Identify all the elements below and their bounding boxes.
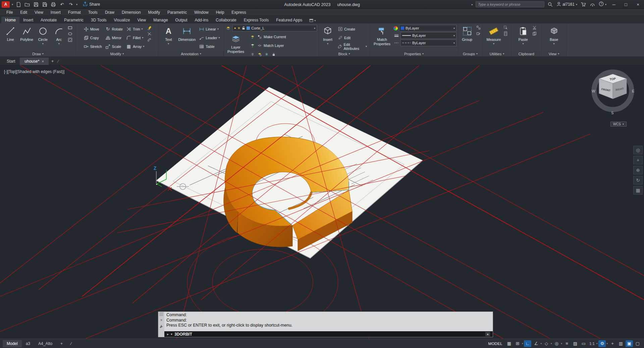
make-current-button[interactable]: Make Current [248, 32, 317, 41]
app-menu-caret-icon[interactable]: ▾ [12, 3, 13, 6]
drawing-canvas[interactable]: [-][Top][Shaded with edges (Fast)] Z W S… [0, 65, 644, 339]
layer-isolate-icon[interactable] [257, 51, 262, 57]
polyline-button[interactable]: Polyline [19, 25, 35, 42]
group-edit-icon[interactable] [476, 31, 481, 37]
menu-view[interactable]: View [31, 9, 47, 16]
panel-clipboard-footer[interactable]: Clipboard [512, 51, 541, 57]
layer-properties-button[interactable]: Layer Properties [225, 32, 246, 58]
cut-icon[interactable] [532, 25, 537, 30]
plot-icon[interactable] [50, 1, 57, 8]
osnap-icon[interactable]: ◎ [553, 340, 560, 347]
panel-annotation-footer[interactable]: Annotation ▾ [158, 51, 224, 57]
wcs-button[interactable]: WCS ▾ [610, 122, 627, 127]
panel-block-footer[interactable]: Block ▾ [319, 51, 370, 57]
help-button[interactable]: ? ▾ [599, 1, 606, 7]
color-select[interactable]: ByLayer ▾ [399, 25, 457, 31]
menu-dimension[interactable]: Dimension [118, 9, 145, 16]
app-store-cart-icon[interactable] [580, 1, 587, 8]
menu-file[interactable]: File [3, 9, 16, 16]
lineweight-select[interactable]: ByLayer ▾ [400, 32, 457, 39]
full-navigation-wheel-icon[interactable]: ◎ [633, 146, 643, 154]
offset-icon[interactable] [146, 37, 152, 43]
panel-properties-footer[interactable]: Properties ▾ [370, 51, 458, 57]
customize-wrench-icon[interactable] [159, 325, 163, 330]
dimension-button[interactable]: Dimension [177, 25, 197, 42]
osnap-caret-icon[interactable]: ▾ [561, 342, 562, 345]
fillet-button[interactable]: Fillet▾ [125, 33, 146, 42]
tab-add-ins[interactable]: Add-ins [191, 17, 212, 23]
ribbon-display-toggle[interactable]: ▾ [309, 19, 316, 23]
menu-help[interactable]: Help [212, 9, 228, 16]
copy-button[interactable]: Copy [82, 33, 103, 42]
menu-window[interactable]: Window [191, 9, 212, 16]
quick-properties-icon[interactable]: ▣ [626, 340, 633, 347]
menu-tools[interactable]: Tools [85, 9, 101, 16]
mirror-button[interactable]: Mirror [104, 33, 124, 42]
close-button[interactable]: × [633, 0, 643, 9]
tab-view[interactable]: View [133, 17, 150, 23]
scale-caret-icon[interactable]: ▾ [596, 342, 598, 345]
command-window[interactable]: × Command: Command: Press ESC or ENTER t… [158, 311, 493, 337]
paste-button[interactable]: Paste ▾ [516, 25, 531, 46]
viewcube-east-label[interactable]: E [632, 89, 634, 93]
command-options-caret-icon[interactable]: ▾ [171, 332, 172, 336]
move-button[interactable]: Move [82, 25, 103, 33]
menu-draw[interactable]: Draw [101, 9, 118, 16]
hatch-tool-icon[interactable] [67, 37, 73, 43]
drag-handle-icon[interactable] [159, 312, 163, 316]
zoom-icon[interactable]: ⊕ [633, 166, 643, 175]
panel-groups-footer[interactable]: Groups ▾ [458, 51, 482, 57]
quick-calculator-icon[interactable] [503, 31, 508, 37]
start-tab[interactable]: Start [2, 58, 20, 65]
orbit-icon[interactable]: ↻ [633, 176, 643, 185]
match-properties-button[interactable]: Match Properties [371, 25, 393, 47]
tab-3d-tools[interactable]: 3D Tools [87, 17, 110, 23]
scale-button[interactable]: Scale [104, 42, 124, 51]
rotate-button[interactable]: ↻Rotate [104, 25, 124, 33]
a3-layout-tab[interactable]: a3 [22, 340, 34, 347]
tab-output[interactable]: Output [172, 17, 191, 23]
text-button[interactable]: A Text ▾ [161, 25, 176, 46]
explode-icon[interactable] [146, 31, 152, 37]
menu-modify[interactable]: Modify [145, 9, 164, 16]
leader-button[interactable]: Leader▾ [198, 33, 221, 42]
insert-button[interactable]: Insert ▾ [320, 25, 335, 46]
snap-caret-icon[interactable]: ▾ [522, 342, 523, 345]
new-tab-button[interactable]: + [49, 57, 57, 65]
pan-icon[interactable]: + [633, 156, 643, 164]
workspace-caret-icon[interactable]: ▾ [606, 342, 608, 345]
trim-button[interactable]: Trim▾ [125, 25, 146, 33]
tab-annotate[interactable]: Annotate [37, 17, 60, 23]
tab-manage[interactable]: Manage [150, 17, 171, 23]
workspace-gear-icon[interactable]: ⚙ [598, 340, 606, 347]
measure-button[interactable]: Measure ▾ [485, 25, 502, 46]
a4-alto-layout-tab[interactable]: A4_Alto [34, 340, 56, 347]
search-input[interactable] [476, 1, 544, 7]
save-as-icon[interactable] [41, 1, 48, 8]
annotation-scale-button[interactable]: 1:1 [588, 342, 596, 346]
copy-clip-icon[interactable] [532, 31, 537, 37]
polar-caret-icon[interactable]: ▾ [540, 342, 542, 345]
command-input-bar[interactable]: ▸ ▾ 3DORBIT ▴ [164, 331, 493, 337]
search-icon[interactable] [547, 1, 554, 8]
model-layout-tab[interactable]: Model [3, 340, 22, 347]
edit-attributes-button[interactable]: Edit Attributes▾ [336, 42, 368, 51]
open-folder-icon[interactable] [24, 1, 31, 8]
new-file-icon[interactable] [15, 1, 22, 8]
line-button[interactable]: Line [3, 25, 18, 42]
stretch-button[interactable]: Stretch [82, 42, 103, 51]
maximize-button[interactable]: □ [621, 0, 631, 9]
quick-access-caret-icon[interactable]: ▾ [76, 3, 77, 6]
isodraft-caret-icon[interactable]: ▾ [551, 342, 552, 345]
view-cube[interactable]: W S E TOP FRONT RIGHT [588, 68, 638, 118]
layer-lock-icon[interactable] [271, 51, 276, 57]
close-command-icon[interactable]: × [160, 318, 162, 323]
autocad-logo[interactable]: A [2, 1, 10, 8]
connect-icon[interactable] [589, 1, 596, 8]
array-button[interactable]: ▦Array▾ [125, 42, 146, 51]
isodraft-icon[interactable]: ◇ [543, 340, 550, 347]
quick-select-icon[interactable] [503, 25, 508, 30]
table-button[interactable]: Table [198, 42, 221, 51]
account-button[interactable]: al7161 ▾ [556, 2, 577, 7]
tab-collaborate[interactable]: Collaborate [212, 17, 240, 23]
